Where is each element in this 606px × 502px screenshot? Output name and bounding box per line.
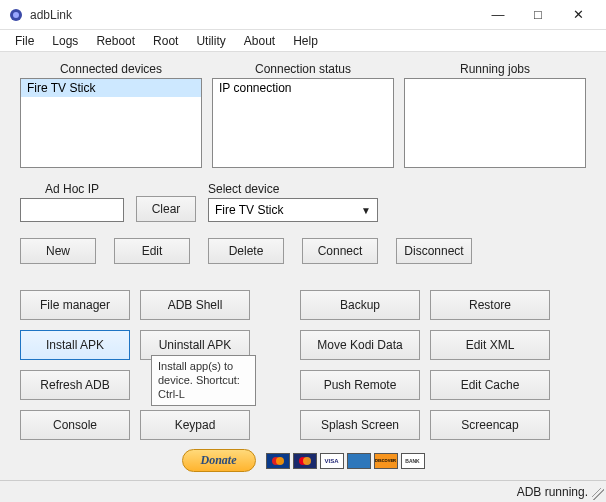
svg-point-5 xyxy=(303,457,311,465)
donate-button[interactable]: Donate xyxy=(182,449,256,472)
minimize-button[interactable]: — xyxy=(478,1,518,29)
move-kodi-data-button[interactable]: Move Kodi Data xyxy=(300,330,420,360)
running-jobs-label: Running jobs xyxy=(460,62,530,76)
resize-grip[interactable] xyxy=(592,488,604,500)
maximize-button[interactable]: □ xyxy=(518,1,558,29)
connect-button[interactable]: Connect xyxy=(302,238,378,264)
connection-status-list[interactable]: IP connection xyxy=(212,78,394,168)
adhoc-ip-label: Ad Hoc IP xyxy=(20,182,124,196)
visa-card-icon: VISA xyxy=(320,453,344,469)
menu-root[interactable]: Root xyxy=(144,32,187,50)
amex-card-icon xyxy=(347,453,371,469)
select-device-label: Select device xyxy=(208,182,378,196)
payment-cards: VISA DISCOVER BANK xyxy=(266,453,425,469)
push-remote-button[interactable]: Push Remote xyxy=(300,370,420,400)
backup-button[interactable]: Backup xyxy=(300,290,420,320)
bank-card-icon: BANK xyxy=(401,453,425,469)
status-text: ADB running. xyxy=(517,485,588,499)
running-jobs-list[interactable] xyxy=(404,78,586,168)
maestro-card-icon xyxy=(266,453,290,469)
list-item: IP connection xyxy=(213,79,393,97)
connection-status-label: Connection status xyxy=(255,62,351,76)
delete-button[interactable]: Delete xyxy=(208,238,284,264)
spacer xyxy=(260,370,290,400)
new-button[interactable]: New xyxy=(20,238,96,264)
menu-utility[interactable]: Utility xyxy=(187,32,234,50)
spacer xyxy=(260,330,290,360)
splash-screen-button[interactable]: Splash Screen xyxy=(300,410,420,440)
svg-point-3 xyxy=(276,457,284,465)
menu-reboot[interactable]: Reboot xyxy=(87,32,144,50)
keypad-button[interactable]: Keypad xyxy=(140,410,250,440)
refresh-adb-button[interactable]: Refresh ADB xyxy=(20,370,130,400)
donate-row: Donate VISA DISCOVER BANK xyxy=(0,449,606,472)
mastercard-icon xyxy=(293,453,317,469)
adb-shell-button[interactable]: ADB Shell xyxy=(140,290,250,320)
menu-file[interactable]: File xyxy=(6,32,43,50)
file-manager-button[interactable]: File manager xyxy=(20,290,130,320)
select-device-value: Fire TV Stick xyxy=(215,203,283,217)
list-item[interactable]: Fire TV Stick xyxy=(21,79,201,97)
title-bar: adbLink — □ ✕ xyxy=(0,0,606,30)
install-apk-tooltip: Install app(s) to device. Shortcut: Ctrl… xyxy=(151,355,256,406)
app-icon xyxy=(8,7,24,23)
svg-point-1 xyxy=(13,12,19,18)
discover-card-icon: DISCOVER xyxy=(374,453,398,469)
edit-button[interactable]: Edit xyxy=(114,238,190,264)
close-button[interactable]: ✕ xyxy=(558,1,598,29)
spacer xyxy=(260,410,290,440)
status-bar: ADB running. xyxy=(0,480,606,502)
connected-devices-list[interactable]: Fire TV Stick xyxy=(20,78,202,168)
menu-help[interactable]: Help xyxy=(284,32,327,50)
adhoc-ip-input[interactable] xyxy=(20,198,124,222)
menu-logs[interactable]: Logs xyxy=(43,32,87,50)
edit-xml-button[interactable]: Edit XML xyxy=(430,330,550,360)
chevron-down-icon: ▼ xyxy=(361,205,371,216)
window-title: adbLink xyxy=(30,8,478,22)
restore-button[interactable]: Restore xyxy=(430,290,550,320)
install-apk-button[interactable]: Install APK xyxy=(20,330,130,360)
select-device-dropdown[interactable]: Fire TV Stick ▼ xyxy=(208,198,378,222)
screencap-button[interactable]: Screencap xyxy=(430,410,550,440)
edit-cache-button[interactable]: Edit Cache xyxy=(430,370,550,400)
console-button[interactable]: Console xyxy=(20,410,130,440)
clear-button[interactable]: Clear xyxy=(136,196,196,222)
connected-devices-label: Connected devices xyxy=(60,62,162,76)
disconnect-button[interactable]: Disconnect xyxy=(396,238,472,264)
menu-about[interactable]: About xyxy=(235,32,284,50)
spacer xyxy=(260,290,290,320)
menu-bar: File Logs Reboot Root Utility About Help xyxy=(0,30,606,52)
